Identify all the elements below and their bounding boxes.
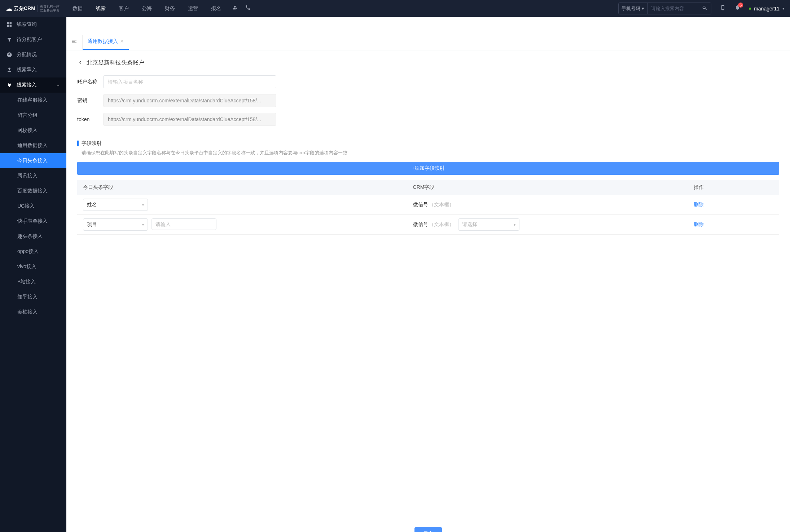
mapping-section-desc: 请确保您在此填写的头条自定义字段名称与在今日头条平台中自定义的字段名称一致，并且… (77, 150, 779, 156)
logo[interactable]: ☁ 云朵CRM 教育机构一站式服务云平台 (6, 5, 60, 13)
toutiao-field-extra-input[interactable] (152, 218, 216, 230)
sidebar-sub-item[interactable]: 通用数据接入 (0, 138, 66, 153)
tabs-collapse-button[interactable] (66, 35, 83, 49)
page-title: 北京昱新科技头条账户 (87, 59, 144, 67)
sidebar-sub-item[interactable]: 美柚接入 (0, 305, 66, 320)
top-header: ☁ 云朵CRM 教育机构一站式服务云平台 数据线索客户公海财务运营报名 手机号码… (0, 0, 790, 17)
nav-item[interactable]: 客户 (117, 1, 131, 16)
secret-label: 密钥 (77, 97, 103, 104)
col-crm-field: CRM字段 (407, 180, 688, 195)
sidebar-item[interactable]: 线索查询 (0, 17, 66, 32)
mapping-section-title: 字段映射 (82, 140, 102, 147)
notification-badge: 5 (738, 3, 743, 8)
sidebar: 线索查询待分配客户分配情况线索导入线索接入︿在线客服接入留言分组网校接入通用数据… (0, 17, 66, 532)
tabs-bar: 通用数据接入✕ (66, 34, 790, 50)
account-name-input[interactable] (103, 75, 276, 88)
nav-item[interactable]: 公海 (140, 1, 154, 16)
grid-icon (6, 22, 12, 27)
col-action: 操作 (688, 180, 779, 195)
nav-item[interactable]: 运营 (186, 1, 200, 16)
sidebar-sub-item[interactable]: 知乎接入 (0, 289, 66, 305)
sidebar-sub-item[interactable]: 快手表单接入 (0, 214, 66, 229)
chevron-down-icon: ▾ (782, 6, 784, 10)
sidebar-sub-item[interactable]: vivo接入 (0, 259, 66, 274)
account-name-label: 账户名称 (77, 79, 103, 85)
clock-icon (6, 52, 12, 58)
logo-text: 云朵CRM (14, 5, 35, 12)
main-content: 通用数据接入✕ 北京昱新科技头条账户 账户名称 密钥 token 字段映射 请确… (66, 34, 790, 532)
search-icon (702, 5, 707, 11)
crm-field-select[interactable]: 请选择▾ (458, 218, 519, 231)
sidebar-sub-item[interactable]: 趣头条接入 (0, 229, 66, 244)
crm-field-label: 微信号 (413, 201, 428, 207)
crm-field-label: 微信号 (413, 221, 428, 227)
cloud-icon: ☁ (6, 5, 12, 13)
search-input[interactable] (648, 4, 698, 13)
sidebar-item[interactable]: 线索导入 (0, 62, 66, 77)
token-input[interactable] (103, 113, 276, 126)
main-nav: 数据线索客户公海财务运营报名 (70, 1, 223, 16)
chevron-down-icon: ▾ (514, 223, 515, 227)
mobile-icon[interactable] (720, 5, 726, 12)
chevron-left-icon (77, 59, 83, 65)
menu-collapse-icon (71, 39, 77, 44)
search-button[interactable] (698, 3, 711, 14)
table-row: 姓名▾微信号（文本框）删除 (77, 195, 779, 215)
chevron-down-icon: ▾ (642, 6, 644, 11)
nav-item[interactable]: 线索 (93, 1, 108, 16)
chevron-down-icon: ▾ (142, 223, 144, 227)
user-name: manager11 (754, 6, 780, 12)
mapping-table: 今日头条字段 CRM字段 操作 姓名▾微信号（文本框）删除项目▾微信号（文本框）… (77, 180, 779, 235)
sidebar-sub-item[interactable]: 在线客服接入 (0, 93, 66, 108)
toutiao-field-select[interactable]: 项目▾ (83, 218, 148, 231)
nav-item[interactable]: 财务 (163, 1, 177, 16)
sidebar-sub-item[interactable]: 网校接入 (0, 123, 66, 138)
nav-item[interactable]: 数据 (70, 1, 85, 16)
add-mapping-button[interactable]: +添加字段映射 (77, 162, 779, 175)
save-button[interactable]: 保存 (414, 527, 442, 532)
secret-input[interactable] (103, 94, 276, 107)
chevron-up-icon: ︿ (56, 83, 60, 88)
sidebar-item[interactable]: 待分配客户 (0, 32, 66, 47)
user-add-icon[interactable] (232, 5, 238, 12)
close-icon[interactable]: ✕ (120, 39, 124, 44)
sidebar-sub-item[interactable]: B站接入 (0, 274, 66, 289)
filter-icon (6, 37, 12, 43)
nav-item[interactable]: 报名 (209, 1, 223, 16)
crm-field-hint: （文本框） (429, 221, 454, 227)
col-toutiao-field: 今日头条字段 (77, 180, 407, 195)
delete-link[interactable]: 删除 (694, 201, 704, 207)
notifications-button[interactable]: 5 (734, 5, 740, 12)
chevron-down-icon: ▾ (142, 203, 144, 207)
tab[interactable]: 通用数据接入✕ (83, 34, 129, 50)
crm-field-hint: （文本框） (429, 201, 454, 207)
sidebar-item[interactable]: 线索接入︿ (0, 77, 66, 93)
token-label: token (77, 116, 103, 122)
plug-icon (6, 82, 12, 88)
search-type-select[interactable]: 手机号码 ▾ (619, 3, 648, 14)
sidebar-sub-item[interactable]: 留言分组 (0, 108, 66, 123)
phone-icon[interactable] (245, 5, 251, 12)
logo-subtitle: 教育机构一站式服务云平台 (38, 5, 60, 13)
user-menu[interactable]: manager11 ▾ (749, 6, 784, 12)
table-row: 项目▾微信号（文本框） 请选择▾删除 (77, 215, 779, 235)
back-button[interactable] (77, 59, 83, 67)
sidebar-sub-item[interactable]: 百度数据接入 (0, 183, 66, 199)
sidebar-sub-item[interactable]: UC接入 (0, 199, 66, 214)
delete-link[interactable]: 删除 (694, 221, 704, 227)
search-group: 手机号码 ▾ (618, 3, 711, 14)
upload-icon (6, 67, 12, 73)
sidebar-sub-item[interactable]: 腾讯接入 (0, 168, 66, 183)
toutiao-field-select[interactable]: 姓名▾ (83, 199, 148, 211)
section-bar-icon (77, 141, 79, 146)
sidebar-item[interactable]: 分配情况 (0, 47, 66, 62)
sidebar-sub-item[interactable]: 今日头条接入 (0, 153, 66, 168)
status-dot-icon (749, 8, 751, 10)
sidebar-sub-item[interactable]: oppo接入 (0, 244, 66, 259)
